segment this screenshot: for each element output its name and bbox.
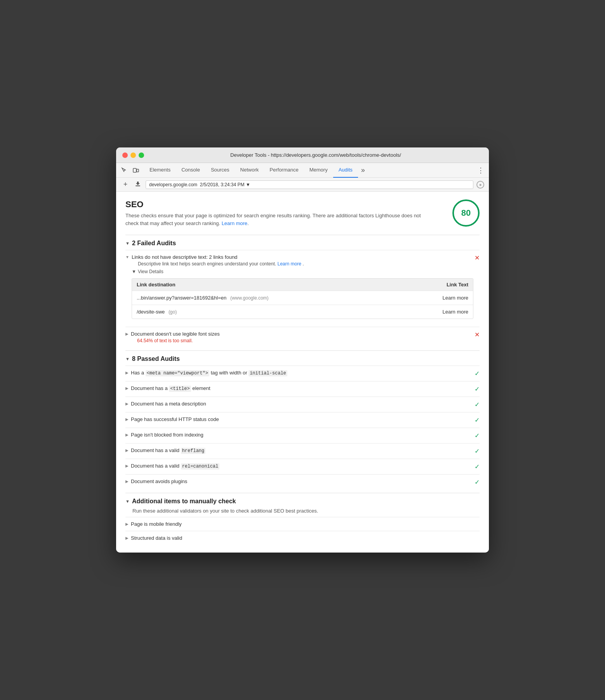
audit-pass-icon-viewport: ✓ [475, 370, 480, 377]
col-header-text: Link Text [429, 282, 468, 288]
audit-title-links: Links do not have descriptive text: 2 li… [132, 254, 304, 260]
device-toolbar-icon[interactable] [131, 165, 141, 175]
table-cell-dest-2: /devsite-swe (go) [137, 309, 429, 315]
table-cell-text-1: Learn more [429, 295, 468, 301]
audit-item-font-sizes: ▶ Document doesn't use legible font size… [125, 327, 480, 347]
tab-network[interactable]: Network [235, 163, 264, 178]
audit-toggle-structured-data[interactable]: ▶ [125, 536, 129, 540]
audit-title-structured-data: Structured data is valid [131, 535, 182, 541]
audit-left-canonical: ▶ Document has a valid rel=canonical [125, 463, 475, 469]
audit-row-viewport: ▶ Has a <meta name="viewport"> tag with … [125, 370, 480, 377]
divider-2 [125, 350, 480, 351]
divider [125, 235, 480, 235]
passed-section-toggle[interactable]: ▼ [125, 357, 130, 361]
audit-left-links: ▼ Links do not have descriptive text: 2 … [125, 254, 475, 267]
manual-section-description: Run these additional validators on your … [132, 508, 480, 514]
inspect-icon[interactable] [119, 165, 129, 175]
audit-toggle-links[interactable]: ▼ [125, 255, 129, 259]
seo-info: SEO These checks ensure that your page i… [125, 199, 428, 227]
audit-title-http-status: Page has successful HTTP status code [131, 416, 219, 422]
audit-pass-icon-canonical: ✓ [475, 463, 480, 470]
audit-row-indexing: ▶ Page isn't blocked from indexing ✓ [125, 432, 480, 439]
audit-item-title: ▶ Document has a <title> element ✓ [125, 381, 480, 397]
audit-toggle-plugins[interactable]: ▶ [125, 479, 129, 483]
url-bar: + ● [116, 178, 489, 192]
maximize-button[interactable] [139, 152, 144, 158]
tab-audits[interactable]: Audits [333, 163, 358, 178]
toolbar: Elements Console Sources Network Perform… [116, 163, 489, 178]
failed-section-toggle[interactable]: ▼ [125, 241, 130, 246]
audit-row-http-status: ▶ Page has successful HTTP status code ✓ [125, 416, 480, 424]
audit-left-meta-desc: ▶ Document has a meta description [125, 401, 475, 407]
audit-item-canonical: ▶ Document has a valid rel=canonical ✓ [125, 459, 480, 474]
tab-performance[interactable]: Performance [264, 163, 304, 178]
audit-learn-more-link[interactable]: Learn more [277, 261, 302, 267]
audit-toggle-canonical[interactable]: ▶ [125, 464, 129, 468]
tab-console[interactable]: Console [176, 163, 205, 178]
seo-learn-more-link[interactable]: Learn more [222, 220, 247, 226]
tab-elements[interactable]: Elements [144, 163, 176, 178]
audit-title-plugins: Document avoids plugins [131, 478, 187, 484]
audit-item-structured-data: ▶ Structured data is valid [125, 531, 480, 545]
audit-pass-icon-http-status: ✓ [475, 416, 480, 424]
audit-left-plugins: ▶ Document avoids plugins [125, 478, 475, 484]
minimize-button[interactable] [130, 152, 136, 158]
audit-left-http-status: ▶ Page has successful HTTP status code [125, 416, 475, 422]
window-controls [122, 152, 144, 158]
close-button[interactable] [122, 152, 128, 158]
url-input[interactable] [146, 180, 473, 189]
audit-fail-text-font-sizes: 64.54% of text is too small. [137, 338, 220, 343]
audit-row-structured-data: ▶ Structured data is valid [125, 535, 480, 541]
main-content: SEO These checks ensure that your page i… [116, 192, 489, 553]
audit-item-hreflang: ▶ Document has a valid hreflang ✓ [125, 443, 480, 459]
audit-row-links: ▼ Links do not have descriptive text: 2 … [125, 254, 480, 267]
audit-row-plugins: ▶ Document avoids plugins ✓ [125, 478, 480, 486]
tab-memory[interactable]: Memory [304, 163, 333, 178]
audit-toggle-indexing[interactable]: ▶ [125, 433, 129, 437]
audit-pass-icon-title: ✓ [475, 385, 480, 393]
toolbar-icons [119, 165, 141, 175]
window-title: Developer Tools - https://developers.goo… [149, 152, 483, 158]
audit-left-indexing: ▶ Page isn't blocked from indexing [125, 432, 475, 438]
audit-item-plugins: ▶ Document avoids plugins ✓ [125, 474, 480, 490]
audit-toggle-font-sizes[interactable]: ▶ [125, 332, 129, 336]
title-bar: Developer Tools - https://developers.goo… [116, 147, 489, 163]
audit-toggle-viewport[interactable]: ▶ [125, 371, 129, 375]
audit-left-viewport: ▶ Has a <meta name="viewport"> tag with … [125, 370, 475, 376]
audit-row-font-sizes: ▶ Document doesn't use legible font size… [125, 331, 480, 343]
audit-toggle-http-status[interactable]: ▶ [125, 417, 129, 421]
col-header-destination: Link destination [137, 282, 429, 288]
audit-toggle-hreflang[interactable]: ▶ [125, 448, 129, 452]
table-row: ...bin/answer.py?answer=181692&hl=en (ww… [132, 291, 473, 305]
add-recording-button[interactable]: + [121, 180, 130, 189]
audit-item-mobile-friendly: ▶ Page is mobile friendly [125, 517, 480, 531]
manual-check-section-title: ▼ Additional items to manually check [125, 498, 480, 505]
audit-title-title: Document has a <title> element [131, 385, 210, 392]
manual-section-toggle[interactable]: ▼ [125, 499, 130, 504]
audit-toggle-title[interactable]: ▶ [125, 386, 129, 390]
tab-sources[interactable]: Sources [205, 163, 235, 178]
svg-rect-0 [133, 168, 136, 172]
audit-title-meta-desc: Document has a meta description [131, 401, 206, 407]
audit-item-meta-desc: ▶ Document has a meta description ✓ [125, 397, 480, 412]
audit-toggle-meta-desc[interactable]: ▶ [125, 402, 129, 406]
audit-subtitle-links: Descriptive link text helps search engin… [138, 261, 304, 267]
audit-left-structured-data: ▶ Structured data is valid [125, 535, 480, 541]
table-row: /devsite-swe (go) Learn more [132, 305, 473, 319]
more-tabs-button[interactable]: » [358, 165, 368, 175]
audit-row-hreflang: ▶ Document has a valid hreflang ✓ [125, 447, 480, 455]
audit-row-title: ▶ Document has a <title> element ✓ [125, 385, 480, 393]
audit-title-mobile-friendly: Page is mobile friendly [131, 521, 182, 527]
failed-audits-section-title: ▼ 2 Failed Audits [125, 240, 480, 247]
audit-pass-icon-hreflang: ✓ [475, 447, 480, 455]
audit-left-title: ▶ Document has a <title> element [125, 385, 475, 392]
audit-pass-icon-indexing: ✓ [475, 432, 480, 439]
audit-title-font-sizes: Document doesn't use legible font sizes [131, 331, 220, 337]
seo-description: These checks ensure that your page is op… [125, 212, 428, 227]
view-details-toggle[interactable]: ▼ View Details [132, 269, 480, 274]
block-network-icon[interactable]: ● [476, 181, 484, 189]
table-header: Link destination Link Text [132, 279, 473, 291]
download-icon[interactable] [133, 181, 143, 188]
devtools-menu-icon[interactable]: ⋮ [476, 165, 486, 175]
audit-toggle-mobile-friendly[interactable]: ▶ [125, 522, 129, 526]
